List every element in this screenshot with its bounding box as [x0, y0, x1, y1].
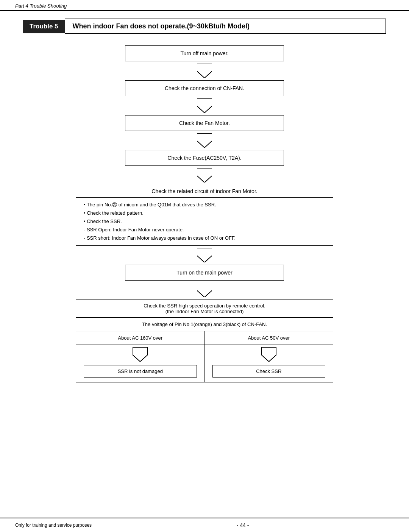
- detail-box-body: • The pin No.⑳ of micom and the Q01M tha…: [76, 198, 333, 245]
- detail-bullet-4: - SSR Open: Indoor Fan Motor never opera…: [84, 226, 325, 234]
- page-container: Part 4 Trouble Shooting Trouble 5 When i…: [0, 0, 409, 532]
- part-header: Part 4 Trouble Shooting: [0, 0, 409, 11]
- arrow-5: [197, 248, 212, 262]
- arrow-2: [197, 98, 212, 113]
- detail-bullet-3: • Check the SSR.: [84, 217, 325, 226]
- step4-box: Check the Fuse(AC250V, T2A).: [125, 150, 284, 166]
- page-footer: Only for training and service purposes -…: [0, 518, 409, 532]
- bottom-section: Check the SSR high speed operation by re…: [76, 300, 333, 382]
- arrow-6: [197, 283, 212, 297]
- step1-box: Turn off main power.: [125, 45, 284, 61]
- footer-left: Only for training and service purposes: [15, 523, 92, 528]
- left-label: About AC 160V over: [76, 331, 204, 345]
- detail-box-header: Check the related circuit of indoor Fan …: [76, 185, 333, 198]
- trouble-title: When indoor Fan does not operate.(9~30kB…: [65, 19, 386, 34]
- flowchart: Turn off main power. Check the connectio…: [23, 45, 386, 382]
- step2-box: Check the connection of CN-FAN.: [125, 80, 284, 96]
- main-content: Trouble 5 When indoor Fan does not opera…: [0, 11, 409, 518]
- left-arrow: [133, 347, 148, 363]
- svg-marker-3: [197, 168, 212, 183]
- split-left: About AC 160V over SSR is not damaged: [76, 331, 205, 382]
- left-result: SSR is not damaged: [84, 365, 197, 378]
- bottom-header-line2: (the Indoor Fan Motor is connected): [82, 309, 327, 314]
- detail-box: Check the related circuit of indoor Fan …: [76, 185, 333, 246]
- bottom-section-header: Check the SSR high speed operation by re…: [76, 300, 333, 318]
- detail-bullet-5: - SSR short: Indoor Fan Motor always ope…: [84, 234, 325, 242]
- right-result: Check SSR: [212, 365, 326, 378]
- arrow-3: [197, 133, 212, 148]
- voltage-row: The voltage of Pin No 1(orange) and 3(bl…: [76, 318, 333, 331]
- bottom-header-line1: Check the SSR high speed operation by re…: [82, 303, 327, 309]
- svg-marker-1: [197, 98, 212, 113]
- step6-box: Turn on the main power: [125, 265, 284, 281]
- part-title: Part 4 Trouble Shooting: [15, 3, 67, 9]
- step3-box: Check the Fan Motor.: [125, 115, 284, 131]
- detail-bullet-2: • Check the related pattern.: [84, 209, 325, 217]
- split-area: About AC 160V over SSR is not damaged Ab…: [76, 331, 333, 382]
- svg-marker-6: [133, 347, 148, 362]
- svg-marker-0: [197, 64, 212, 78]
- arrow-4: [197, 168, 212, 183]
- svg-marker-5: [197, 283, 212, 297]
- trouble-badge: Trouble 5: [23, 20, 65, 33]
- svg-marker-7: [261, 347, 276, 362]
- svg-marker-4: [197, 248, 212, 262]
- footer-center: - 44 -: [237, 522, 249, 528]
- arrow-1: [197, 64, 212, 78]
- right-label: About AC 50V over: [205, 331, 333, 345]
- split-right: About AC 50V over Check SSR: [205, 331, 333, 382]
- detail-bullet-1: • The pin No.⑳ of micom and the Q01M tha…: [84, 201, 325, 209]
- right-arrow: [261, 347, 276, 363]
- title-row: Trouble 5 When indoor Fan does not opera…: [23, 19, 386, 34]
- svg-marker-2: [197, 133, 212, 148]
